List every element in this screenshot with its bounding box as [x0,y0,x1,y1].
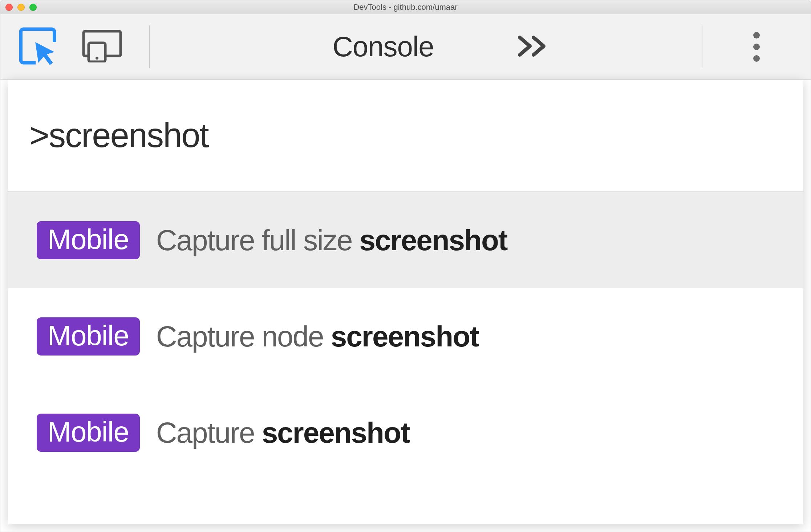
toolbar-left-group [0,27,122,66]
devtools-toolbar: Console [0,14,811,80]
command-result-item[interactable]: MobileCapture node screenshot [8,288,803,385]
svg-point-4 [96,57,98,60]
expand-panels-icon[interactable] [518,35,547,58]
result-category-badge: Mobile [37,317,140,356]
devtools-window: DevTools - github.com/umaar Console [0,0,811,532]
result-label: Capture node screenshot [156,320,479,353]
result-label: Capture screenshot [156,416,410,450]
close-window-button[interactable] [5,4,13,11]
command-result-item[interactable]: MobileCapture full size screenshot [8,192,803,288]
device-toolbar-icon[interactable] [82,30,122,64]
result-category-badge: Mobile [37,221,140,260]
command-input[interactable] [29,116,782,155]
toolbar-right-group [702,25,811,68]
minimize-window-button[interactable] [17,4,25,11]
result-category-badge: Mobile [37,414,140,452]
command-result-item[interactable]: MobileCapture screenshot [8,385,803,481]
maximize-window-button[interactable] [29,4,37,11]
result-label: Capture full size screenshot [156,224,507,257]
toolbar-center-group: Console [177,30,702,63]
tab-console[interactable]: Console [332,30,434,63]
window-titlebar: DevTools - github.com/umaar [0,0,811,14]
command-input-row [8,80,803,192]
element-inspector-icon[interactable] [19,27,57,66]
command-results-list: MobileCapture full size screenshotMobile… [8,192,803,524]
command-menu-panel: MobileCapture full size screenshotMobile… [8,80,803,524]
more-options-icon[interactable] [753,32,760,62]
window-title: DevTools - github.com/umaar [353,3,457,12]
traffic-lights [5,4,37,11]
toolbar-divider [149,25,150,68]
